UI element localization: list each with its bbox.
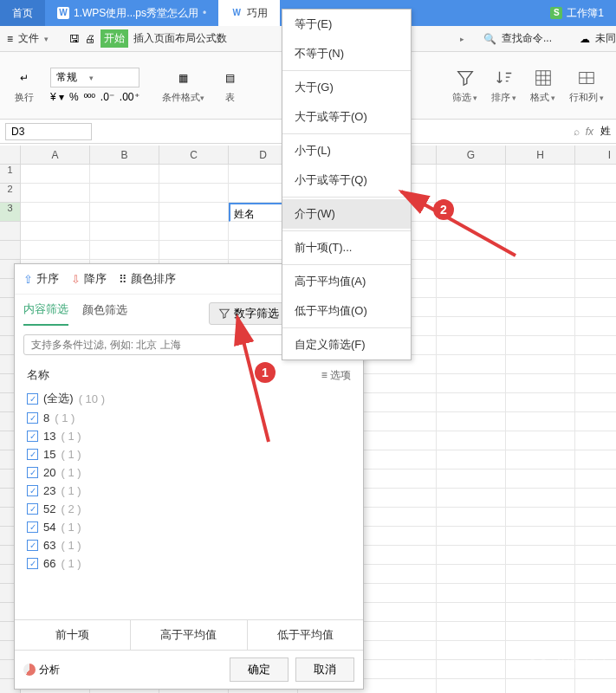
pie-icon bbox=[23, 664, 36, 676]
menu-item[interactable]: 高于平均值(A) bbox=[282, 267, 411, 296]
filter-list-header: 名称 bbox=[27, 367, 49, 383]
cond-format-icon: ▦ bbox=[172, 67, 194, 89]
filter-item-label: 13 bbox=[43, 430, 55, 443]
dec-dec-icon[interactable]: .0⁻ bbox=[101, 91, 114, 103]
menu-item[interactable]: 前十项(T)... bbox=[282, 233, 411, 262]
filter-item-label: 54 bbox=[43, 521, 55, 534]
tab-dot-icon: • bbox=[203, 0, 206, 26]
percent-icon[interactable]: % bbox=[69, 91, 79, 103]
filter-item[interactable]: ✓20( 1 ) bbox=[27, 463, 351, 482]
rowcol-button[interactable]: 行和列▾ bbox=[564, 67, 609, 104]
tab-doc-2[interactable]: W 巧用 bbox=[218, 0, 280, 26]
wrap-text-button[interactable]: ↵ 换行 bbox=[7, 67, 42, 104]
format-button[interactable]: 格式▾ bbox=[525, 67, 561, 104]
svg-line-3 bbox=[401, 191, 515, 256]
tab-doc-1[interactable]: W 1.WPS使用...ps秀堂怎么用 • bbox=[45, 0, 218, 26]
below-avg-button[interactable]: 低于平均值 bbox=[248, 620, 363, 650]
save-icon[interactable]: 🖫 bbox=[69, 33, 80, 45]
col-header[interactable]: H bbox=[506, 146, 575, 165]
col-header[interactable]: G bbox=[437, 146, 506, 165]
menu-item[interactable]: 不等于(N) bbox=[282, 39, 411, 68]
svg-rect-0 bbox=[535, 71, 550, 86]
chevron-down-icon: ▾ bbox=[44, 35, 49, 43]
sheet-icon: S bbox=[550, 7, 562, 19]
name-box[interactable]: D3 bbox=[5, 123, 92, 140]
col-header[interactable]: I bbox=[575, 146, 616, 165]
col-header[interactable]: A bbox=[21, 146, 90, 165]
top10-button[interactable]: 前十项 bbox=[15, 620, 131, 650]
checkbox-icon: ✓ bbox=[27, 503, 38, 515]
checkbox-icon: ✓ bbox=[27, 485, 38, 496]
fx-icon[interactable]: ⌕ fx bbox=[574, 126, 593, 138]
menu-item[interactable]: 大于或等于(O) bbox=[282, 102, 411, 132]
ribbon-tab-start[interactable]: 开始 bbox=[101, 29, 128, 48]
inc-dec-icon[interactable]: .00⁺ bbox=[120, 91, 139, 103]
tab-content-filter[interactable]: 内容筛选 bbox=[23, 301, 68, 326]
filter-item[interactable]: ✓23( 1 ) bbox=[27, 482, 351, 500]
conditional-format-button[interactable]: ▦ 条件格式▾ bbox=[162, 67, 204, 104]
menu-item[interactable]: 等于(E) bbox=[282, 10, 411, 39]
right-tools: 筛选▾ 排序▾ 格式▾ 行和列▾ bbox=[447, 67, 609, 104]
above-avg-button[interactable]: 高于平均值 bbox=[131, 620, 247, 650]
filter-button[interactable]: 筛选▾ bbox=[447, 67, 483, 104]
filter-item[interactable]: ✓63( 1 ) bbox=[27, 536, 351, 554]
print-icon[interactable]: 🖨 bbox=[85, 33, 95, 45]
watermark: 系统之家 bbox=[526, 651, 606, 676]
menu-item[interactable]: 介于(W) bbox=[282, 199, 411, 229]
filter-item[interactable]: ✓66( 1 ) bbox=[27, 554, 351, 573]
analyze-button[interactable]: 分析 bbox=[39, 663, 60, 677]
number-format-select[interactable]: 常规 ▾ bbox=[50, 68, 139, 87]
menu-item[interactable]: 小于(L) bbox=[282, 136, 411, 165]
table-format-button[interactable]: ▤ 表 bbox=[213, 67, 248, 104]
table-icon: ▤ bbox=[219, 67, 242, 89]
checkbox-icon: ✓ bbox=[27, 540, 38, 551]
menu-separator bbox=[282, 264, 411, 265]
tab-home[interactable]: 首页 bbox=[0, 0, 45, 26]
ribbon-tabs-rest[interactable]: 插入页面布局公式数 bbox=[133, 31, 227, 46]
tab-color-filter[interactable]: 颜色筛选 bbox=[82, 302, 127, 325]
menu-item[interactable]: 大于(G) bbox=[282, 73, 411, 102]
sync-status: 未同 bbox=[595, 31, 616, 46]
number-format-value: 常规 bbox=[56, 70, 77, 85]
filter-item-count: ( 10 ) bbox=[79, 392, 105, 405]
menu-item[interactable]: 小于或等于(Q) bbox=[282, 165, 411, 195]
row-header[interactable]: 3 bbox=[0, 203, 21, 222]
filter-item-count: ( 1 ) bbox=[61, 466, 81, 479]
select-all-corner[interactable] bbox=[0, 146, 21, 165]
ok-button[interactable]: 确定 bbox=[230, 657, 289, 682]
sort-button[interactable]: 排序▾ bbox=[486, 67, 522, 104]
funnel-icon bbox=[454, 67, 477, 89]
filter-item[interactable]: ✓52( 2 ) bbox=[27, 500, 351, 518]
file-menu[interactable]: 文件 bbox=[18, 31, 39, 46]
menu-separator bbox=[282, 197, 411, 198]
col-header[interactable]: B bbox=[90, 146, 159, 165]
currency-icon[interactable]: ¥ ▾ bbox=[50, 91, 64, 103]
filter-item-count: ( 2 ) bbox=[61, 502, 81, 515]
filter-item[interactable]: ✓54( 1 ) bbox=[27, 518, 351, 536]
name-box-value: D3 bbox=[11, 126, 24, 138]
cancel-button[interactable]: 取消 bbox=[295, 657, 354, 682]
sort-asc-icon: ⇧ bbox=[23, 273, 33, 286]
grid-icon bbox=[532, 67, 554, 89]
filter-item-label: 15 bbox=[43, 448, 55, 461]
comma-icon[interactable]: ººº bbox=[84, 91, 95, 103]
sort-by-color-button[interactable]: ⠿ 颜色排序 bbox=[119, 271, 176, 287]
formula-content[interactable]: 姓 bbox=[600, 124, 611, 139]
sort-desc-button[interactable]: ⇩ 降序 bbox=[71, 271, 107, 287]
row-header[interactable]: 2 bbox=[0, 184, 21, 203]
checkbox-icon: ✓ bbox=[27, 467, 38, 478]
annotation-marker-2: 2 bbox=[433, 199, 454, 220]
search-input[interactable]: 查找命令... bbox=[502, 31, 552, 46]
checkbox-icon: ✓ bbox=[27, 558, 38, 569]
chevron-down-icon: ▾ bbox=[89, 74, 94, 82]
tab-sheet[interactable]: S 工作簿1 bbox=[538, 0, 616, 26]
row-header[interactable]: 1 bbox=[0, 165, 21, 184]
filter-options-button[interactable]: ≡ 选项 bbox=[321, 368, 351, 383]
tab-doc-2-label: 巧用 bbox=[247, 0, 268, 26]
sort-asc-button[interactable]: ⇧ 升序 bbox=[23, 271, 59, 287]
menu-icon[interactable]: ≡ bbox=[7, 33, 13, 45]
col-header[interactable]: C bbox=[159, 146, 229, 165]
filter-item-list: ✓(全选)( 10 )✓8( 1 )✓13( 1 )✓15( 1 )✓20( 1… bbox=[15, 386, 363, 619]
funnel-icon bbox=[218, 308, 230, 320]
cloud-icon: ☁ bbox=[580, 33, 590, 45]
